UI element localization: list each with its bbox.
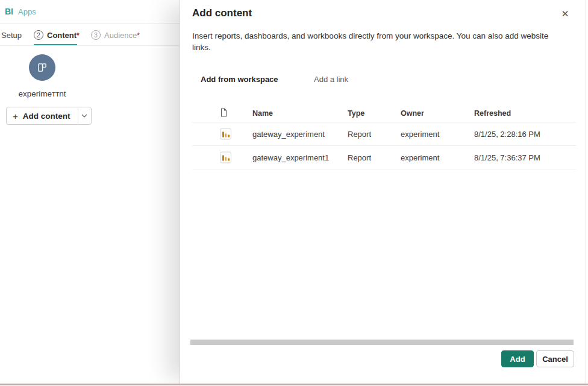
- dialog-title: Add content: [192, 7, 252, 19]
- row-name: gateway_experiment1: [252, 153, 329, 162]
- header-name: Name: [252, 109, 273, 118]
- dialog-description: Insert reports, dashboards, and workbook…: [192, 30, 561, 53]
- row-type: Report: [348, 130, 371, 139]
- table-row[interactable]: gateway_experiment Report experiment 8/1…: [180, 122, 588, 145]
- app-blocks-glyph: [36, 62, 48, 74]
- add-content-split-button[interactable]: + Add content: [6, 107, 92, 125]
- app-setup-page: BI Apps Setup 2 Content* 3 Audience* exp…: [0, 0, 180, 384]
- step-setup[interactable]: Setup: [1, 24, 22, 46]
- app-logo-icon: [29, 54, 55, 81]
- tab-add-a-link[interactable]: Add a link: [314, 75, 348, 84]
- row-owner: experiment: [401, 153, 439, 162]
- row-type: Report: [348, 153, 371, 162]
- header-type: Type: [348, 109, 364, 118]
- breadcrumb-bar: BI Apps: [0, 0, 180, 24]
- powerbi-brand[interactable]: BI: [5, 7, 13, 16]
- cancel-button[interactable]: Cancel: [536, 350, 574, 367]
- row-name: gateway_experiment: [252, 130, 325, 139]
- add-content-button-main[interactable]: + Add content: [7, 107, 78, 124]
- header-refreshed: Refreshed: [474, 109, 511, 118]
- row-refreshed: 8/1/25, 2:28:16 PM: [474, 130, 540, 139]
- document-icon: [220, 108, 228, 119]
- step-content-label: Content*: [47, 31, 80, 40]
- app-name-label: experimeттnt: [0, 89, 84, 98]
- window-right-edge: [586, 0, 586, 384]
- wizard-steps: Setup 2 Content* 3 Audience*: [0, 24, 180, 46]
- add-content-button-label: Add content: [23, 112, 70, 121]
- add-content-dialog: Add content ✕ Insert reports, dashboards…: [180, 0, 588, 384]
- row-owner: experiment: [401, 130, 439, 139]
- required-asterisk: *: [77, 31, 80, 40]
- screen: BI Apps Setup 2 Content* 3 Audience* exp…: [0, 0, 588, 386]
- breadcrumb-apps-link[interactable]: Apps: [18, 7, 36, 16]
- table-divider: [192, 169, 576, 169]
- step-audience-label: Audience*: [104, 31, 140, 40]
- tab-add-from-workspace[interactable]: Add from workspace: [201, 75, 278, 84]
- header-owner: Owner: [401, 109, 424, 118]
- step-content[interactable]: 2 Content*: [34, 24, 80, 46]
- report-icon: [220, 152, 231, 163]
- row-refreshed: 8/1/25, 7:36:37 PM: [474, 153, 540, 162]
- report-icon: [220, 128, 231, 140]
- required-asterisk: *: [137, 31, 140, 40]
- plus-icon: +: [13, 111, 18, 121]
- active-step-underline: [34, 44, 77, 45]
- step-3-circle-icon: 3: [91, 30, 101, 40]
- add-button[interactable]: Add: [501, 350, 534, 367]
- table-row[interactable]: gateway_experiment1 Report experiment 8/…: [180, 146, 588, 169]
- chevron-down-icon[interactable]: [78, 107, 91, 124]
- horizontal-scrollbar[interactable]: [190, 340, 574, 345]
- step-audience[interactable]: 3 Audience*: [91, 24, 140, 46]
- step-2-circle-icon: 2: [34, 30, 43, 40]
- close-icon[interactable]: ✕: [559, 8, 571, 20]
- step-setup-label: Setup: [1, 31, 22, 40]
